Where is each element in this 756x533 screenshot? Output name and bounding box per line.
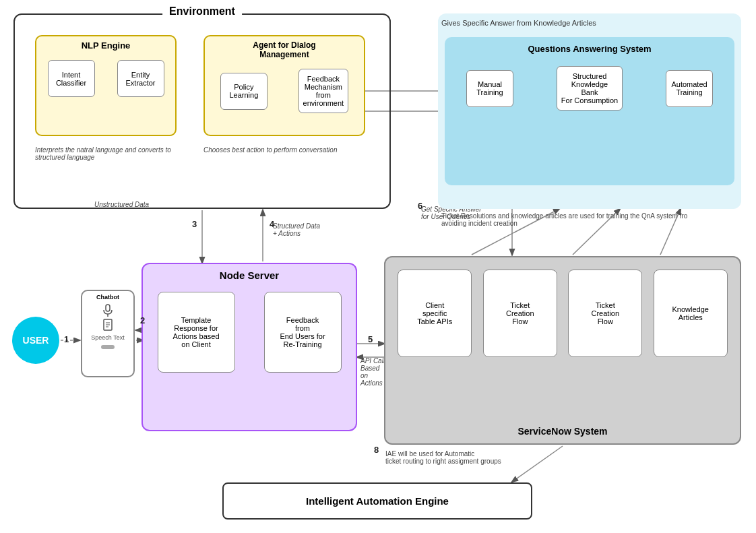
iae-note: IAE will be used for Automaticticket rou… [385,450,641,465]
ticket-creation-flow-1-box: TicketCreationFlow [483,270,557,357]
nlp-description: Interprets the natral language and conve… [35,146,173,161]
entity-extractor-box: EntityExtractor [117,60,164,97]
knowledge-articles-box: KnowledgeArticles [654,270,728,357]
phone-home-button [101,345,115,349]
node-server-title: Node Server [143,264,356,285]
servicenow-box: ClientspecificTable APIs TicketCreationF… [384,256,741,445]
servicenow-title: ServiceNow System [385,426,740,437]
user-label: USER [23,335,49,346]
structured-data-label: Structured Data+ Actions [273,222,320,237]
step-2-label: 2 [140,315,145,325]
mic-icon [101,303,115,317]
qa-gives-label: Gives Specific Answer from Knowledge Art… [441,19,596,27]
unstructured-data-label: Unstructured Data [94,201,149,208]
intent-classifier-box: IntentClassifier [48,60,95,97]
step-3-label: 3 [192,219,197,229]
feedback-end-users-box: FeedbackfromEnd Users forRe-Training [264,292,342,373]
agent-description: Chooses best action to perform conversat… [203,146,358,154]
manual-training-box: ManualTraining [466,70,513,107]
template-response-box: TemplateResponse forActions basedon Clie… [158,292,235,373]
qa-system-box: Questions Answering System ManualTrainin… [445,37,734,185]
agent-dialog-box: Agent for DialogManagement PolicyLearnin… [203,35,365,136]
nlp-engine-box: NLP Engine IntentClassifier EntityExtrac… [35,35,177,136]
chatbot-phone: Chatbot Speech Text [81,290,135,377]
knowledge-bank-box: StructuredKnowledgeBankFor Consumption [557,66,623,111]
environment-title: Environment [162,5,242,18]
environment-box: Environment NLP Engine IntentClassifier … [13,13,391,209]
policy-learning-box: PolicyLearning [220,73,267,110]
client-table-apis-box: ClientspecificTable APIs [398,270,472,357]
diagram: Environment NLP Engine IntentClassifier … [0,0,756,533]
doc-icon [101,318,115,332]
agent-title: Agent for DialogManagement [205,36,364,62]
step-8-label: 8 [374,445,379,455]
user-circle: USER [12,317,59,364]
ticket-resolution-label: Ticket Resolutions and knowledge article… [441,212,697,227]
node-server-box: Node Server TemplateResponse forActions … [141,263,357,431]
phone-icons [101,303,115,332]
svg-rect-16 [106,305,110,311]
ticket-creation-flow-2-box: TicketCreationFlow [568,270,642,357]
chatbot-label: Chatbot [96,294,119,301]
step-5-label: 5 [368,334,373,344]
iae-box: Intelligent Automation Engine [222,482,532,520]
speech-text-label: Speech Text [91,334,124,341]
nlp-title: NLP Engine [36,36,175,53]
feedback-mechanism-box: FeedbackMechanismfromenvironment [298,69,349,113]
iae-title: Intelligent Automation Engine [306,495,449,507]
qa-title: Questions Answering System [445,37,734,59]
step-1-label: 1 [64,334,69,344]
automated-training-box: AutomatedTraining [666,70,713,107]
